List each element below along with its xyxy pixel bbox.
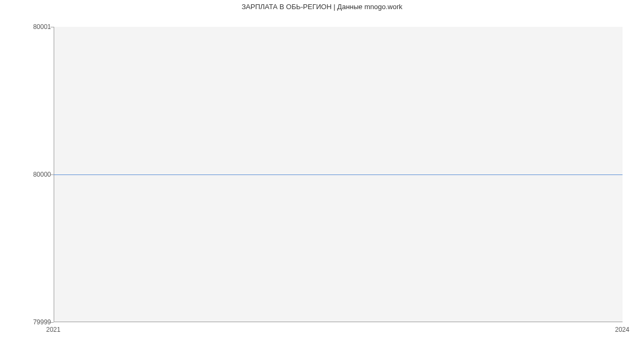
y-tick-label: 79999 — [33, 318, 51, 326]
chart-container: ЗАРПЛАТА В ОБЬ-РЕГИОН | Данные mnogo.wor… — [0, 0, 644, 333]
y-tick-label: 80000 — [33, 171, 51, 178]
chart-title: ЗАРПЛАТА В ОБЬ-РЕГИОН | Данные mnogo.wor… — [241, 3, 402, 11]
y-tick-mark — [50, 322, 54, 323]
y-tick-label: 80001 — [33, 23, 51, 31]
y-tick-mark — [50, 27, 54, 27]
data-line — [54, 174, 623, 175]
x-tick-label: 2024 — [615, 326, 630, 333]
x-tick-label: 2021 — [46, 326, 61, 333]
